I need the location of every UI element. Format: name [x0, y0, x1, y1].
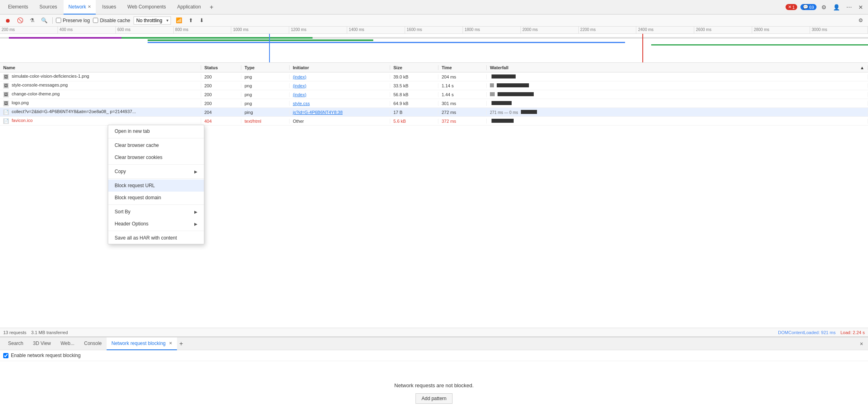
cell-name: 🖼 simulate-color-vision-deficiencies-1.p…	[0, 74, 201, 79]
tab-elements[interactable]: Elements	[3, 0, 33, 14]
cell-status: 200	[201, 74, 241, 79]
waterfall-bar-light	[490, 83, 494, 87]
table-row[interactable]: 🖼 style-console-messages.png 200 png (in…	[0, 81, 868, 90]
bottom-tab-search[interactable]: Search	[3, 337, 28, 350]
preserve-log-label[interactable]: Preserve log	[56, 18, 90, 23]
file-icon: 🖼	[3, 74, 9, 80]
toolbar: ⏺ 🚫 ⚗ 🔍 Preserve log Disable cache No th…	[0, 14, 868, 27]
throttle-select[interactable]: No throttling	[134, 17, 171, 25]
table-row[interactable]: 📄 collect?v=2&tid=G-4P6B6NT4Y8&atm=2oe8a…	[0, 108, 868, 117]
preserve-log-checkbox[interactable]	[56, 18, 61, 23]
tick-2: 600 ms	[116, 27, 174, 33]
cell-type: png	[241, 74, 290, 79]
ctx-block-domain[interactable]: Block request domain	[108, 192, 204, 204]
initiator-link[interactable]: (index)	[293, 83, 306, 88]
ctx-header-options[interactable]: Header Options ▶	[108, 218, 204, 230]
bottom-tab-add[interactable]: +	[177, 340, 185, 347]
cell-initiator: Other	[290, 119, 390, 124]
ctx-copy[interactable]: Copy ▶	[108, 165, 204, 178]
info-badge[interactable]: 💬 69	[800, 4, 817, 10]
download-button[interactable]: ⬇	[198, 17, 206, 24]
ctx-sort-by[interactable]: Sort By ▶	[108, 206, 204, 218]
cell-status: 404	[201, 119, 241, 124]
waterfall-bar	[497, 83, 529, 87]
clear-button[interactable]: 🚫	[15, 17, 25, 24]
tab-add-button[interactable]: +	[207, 4, 216, 11]
waterfall-bar	[498, 92, 534, 96]
waterfall-bar	[492, 119, 514, 123]
search-button[interactable]: 🔍	[39, 17, 49, 24]
tick-4: 1000 ms	[231, 27, 289, 33]
col-type: Type	[241, 65, 290, 70]
error-badge[interactable]: ✕ 1	[786, 4, 797, 10]
ctx-separator-5	[108, 231, 204, 231]
enable-row: Enable network request blocking	[0, 350, 868, 361]
disable-cache-text: Disable cache	[100, 18, 130, 23]
error-count: 1	[792, 5, 795, 10]
ctx-clear-cache-label: Clear browser cache	[115, 142, 159, 148]
disable-cache-checkbox[interactable]	[93, 18, 98, 23]
bottom-tab-network-request-blocking[interactable]: Network request blocking ✕	[107, 337, 177, 350]
tick-12: 2600 ms	[694, 27, 752, 33]
close-button[interactable]: ✕	[857, 2, 865, 12]
timeline-ruler: 200 ms 400 ms 600 ms 800 ms 1000 ms 1200…	[0, 27, 868, 34]
tab-application[interactable]: Application	[173, 0, 206, 14]
wifi-button[interactable]: 📶	[174, 17, 184, 24]
timeline-vline-blue	[269, 34, 270, 63]
table-row[interactable]: 🖼 simulate-color-vision-deficiencies-1.p…	[0, 72, 868, 81]
cell-name: 🖼 style-console-messages.png	[0, 83, 201, 88]
tab-network[interactable]: Network ✕	[64, 0, 96, 14]
chat-icon: 💬	[803, 4, 808, 10]
bottom-tab-console[interactable]: Console	[79, 337, 107, 350]
upload-button[interactable]: ⬆	[187, 17, 195, 24]
add-pattern-button[interactable]: Add pattern	[415, 393, 453, 404]
more-button[interactable]: ⋯	[845, 2, 854, 12]
toolbar-settings-button[interactable]: ⚙	[857, 17, 865, 24]
cell-time: 301 ms	[438, 101, 487, 106]
disable-cache-label[interactable]: Disable cache	[93, 18, 130, 23]
waterfall-bar	[492, 74, 516, 78]
profile-button[interactable]: 👤	[831, 2, 841, 12]
ctx-clear-cache[interactable]: Clear browser cache	[108, 139, 204, 151]
initiator-link[interactable]: (index)	[293, 92, 306, 97]
tab-sources[interactable]: Sources	[35, 0, 62, 14]
settings-button[interactable]: ⚙	[820, 2, 828, 12]
cell-time: 1.44 s	[438, 92, 487, 97]
tick-6: 1400 ms	[347, 27, 405, 33]
ctx-block-url[interactable]: Block request URL	[108, 180, 204, 192]
enable-blocking-label: Enable network request blocking	[11, 353, 80, 358]
cell-initiator: (index)	[290, 92, 390, 97]
requests-count: 13 requests	[3, 330, 26, 335]
cell-name: 📄 collect?v=2&tid=G-4P6B6NT4Y8&atm=2oe8a…	[0, 109, 201, 115]
cell-waterfall	[487, 101, 868, 106]
ctx-save-har-label: Save all as HAR with content	[115, 235, 177, 241]
initiator-link[interactable]: style.css	[293, 101, 310, 106]
dom-content-loaded: DOMContentLoaded: 921 ms	[778, 330, 835, 335]
bottom-panel-close[interactable]: ×	[858, 339, 865, 349]
table-row[interactable]: 📄 favicon.ico 404 text/html Other 5.6 kB…	[0, 117, 868, 126]
initiator-link[interactable]: js?id=G-4P6B6NT4Y8:38	[293, 110, 343, 115]
bottom-tab-web[interactable]: Web...	[56, 337, 79, 350]
table-row[interactable]: 🖼 change-color-theme.png 200 png (index)…	[0, 90, 868, 99]
filter-button[interactable]: ⚗	[28, 17, 36, 24]
ctx-clear-cookies[interactable]: Clear browser cookies	[108, 151, 204, 163]
bottom-tab-right: ×	[858, 339, 865, 349]
cell-size: 17 B	[390, 110, 438, 115]
tab-network-close[interactable]: ✕	[88, 4, 91, 9]
table-row[interactable]: 🖼 logo.png 200 png style.css 64.9 kB 301…	[0, 99, 868, 108]
preserve-log-text: Preserve log	[63, 18, 90, 23]
tick-13: 2800 ms	[752, 27, 810, 33]
ctx-save-har[interactable]: Save all as HAR with content	[108, 232, 204, 244]
load-time: Load: 2.24 s	[840, 330, 865, 335]
bottom-tab-nrb-close[interactable]: ✕	[169, 341, 172, 345]
enable-blocking-checkbox[interactable]	[3, 353, 8, 358]
bottom-tab-3dview[interactable]: 3D View	[28, 337, 56, 350]
tab-web-components[interactable]: Web Components	[123, 0, 171, 14]
tab-issues[interactable]: Issues	[97, 0, 121, 14]
tab-network-label: Network	[68, 4, 86, 10]
cell-size: 5.6 kB	[390, 119, 438, 124]
initiator-link[interactable]: (index)	[293, 74, 306, 79]
record-button[interactable]: ⏺	[3, 17, 12, 25]
ctx-open-new-tab[interactable]: Open in new tab	[108, 125, 204, 137]
bottom-tab-nrb-label: Network request blocking	[111, 341, 166, 346]
